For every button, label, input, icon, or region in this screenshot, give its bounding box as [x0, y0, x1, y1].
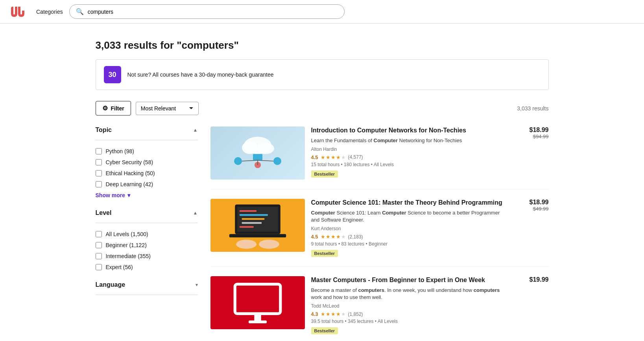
guarantee-icon: 30: [104, 66, 121, 83]
level-all-label: All Levels (1,500): [106, 231, 148, 237]
level-expert-checkbox[interactable]: [96, 264, 102, 270]
course-card[interactable]: Master Computers - From Beginner to Expe…: [210, 276, 549, 341]
course-author: Alton Hardin: [311, 147, 507, 152]
course-card[interactable]: Introduction to Computer Networks for No…: [210, 126, 549, 189]
course-list: Introduction to Computer Networks for No…: [210, 126, 549, 341]
topic-python[interactable]: Python (98): [96, 148, 198, 154]
udemy-logo[interactable]: [9, 5, 28, 18]
star-4: ★: [336, 234, 341, 240]
course-price-area: $18.99 $49.99: [513, 199, 549, 257]
topic-python-label: Python (98): [106, 148, 134, 154]
language-divider: [96, 295, 198, 295]
results-heading: 3,033 results for "computers": [96, 39, 549, 51]
star-2: ★: [326, 311, 330, 317]
course-info: Master Computers - From Beginner to Expe…: [311, 276, 507, 334]
show-more-chevron-icon: ▾: [127, 192, 130, 198]
topic-collapse-icon: ▲: [193, 127, 198, 133]
level-beginner-checkbox[interactable]: [96, 242, 102, 248]
level-all-checkbox[interactable]: [96, 231, 102, 237]
star-2: ★: [326, 154, 330, 160]
price-original: $49.99: [513, 206, 549, 212]
star-3: ★: [331, 234, 336, 240]
topic-show-more-button[interactable]: Show more ▾: [96, 192, 130, 198]
networks-thumbnail-image: [226, 134, 289, 173]
main-content: 3,033 results for "computers" 30 Not sur…: [86, 24, 558, 341]
svg-point-4: [234, 157, 242, 165]
language-filter-section: Language ▾: [96, 281, 198, 295]
course-thumbnail-cs101: [210, 199, 305, 252]
topic-cyber-security-label: Cyber Security (58): [106, 159, 153, 165]
course-author: Todd McLeod: [311, 303, 507, 309]
topic-ethical-hacking-checkbox[interactable]: [96, 170, 102, 176]
guarantee-banner: 30 Not sure? All courses have a 30-day m…: [96, 59, 549, 90]
level-collapse-icon: ▲: [193, 210, 198, 216]
topic-deep-learning[interactable]: Deep Learning (42): [96, 181, 198, 187]
topic-filter-section: Topic ▲ Python (98) Cyber Security (58) …: [96, 126, 198, 198]
svg-point-1: [242, 141, 258, 154]
star-4: ★: [336, 154, 341, 160]
filter-button[interactable]: ⚙ Filter: [96, 101, 131, 116]
svg-rect-15: [242, 222, 262, 224]
rating-row: 4.3 ★ ★ ★ ★ ★ (1,852): [311, 311, 507, 317]
categories-button[interactable]: Categories: [36, 9, 63, 15]
stars: ★ ★ ★ ★ ★: [321, 154, 346, 160]
course-thumbnail-networks: [210, 126, 305, 180]
topic-section-header[interactable]: Topic ▲: [96, 126, 198, 134]
level-all[interactable]: All Levels (1,500): [96, 231, 198, 237]
svg-rect-3: [253, 154, 262, 160]
topic-cyber-security[interactable]: Cyber Security (58): [96, 159, 198, 165]
star-4: ★: [336, 311, 341, 317]
search-input[interactable]: [88, 9, 338, 15]
sort-select[interactable]: Most Relevant Most Reviewed Highest Rate…: [136, 102, 199, 115]
course-card[interactable]: Computer Science 101: Master the Theory …: [210, 199, 549, 267]
topic-cyber-security-checkbox[interactable]: [96, 159, 102, 165]
rating-row: 4.5 ★ ★ ★ ★ ★ (4,577): [311, 154, 507, 160]
course-info: Introduction to Computer Networks for No…: [311, 126, 507, 180]
svg-rect-22: [248, 320, 266, 323]
course-title: Introduction to Computer Networks for No…: [311, 126, 507, 135]
rating-number: 4.5: [311, 154, 318, 160]
show-more-label: Show more: [96, 192, 125, 198]
level-expert[interactable]: Expert (56): [96, 264, 198, 270]
header: Categories 🔍: [0, 0, 644, 24]
level-section-header[interactable]: Level ▲: [96, 209, 198, 216]
star-1: ★: [321, 311, 325, 317]
bestseller-badge: Bestseller: [311, 327, 338, 334]
topic-ethical-hacking-label: Ethical Hacking (50): [106, 170, 155, 176]
price-current: $18.99: [513, 199, 549, 206]
star-1: ★: [321, 234, 325, 240]
course-meta: 39.5 total hours • 345 lectures • All Le…: [311, 319, 507, 324]
guarantee-text: Not sure? All courses have a 30-day mone…: [127, 72, 274, 78]
price-current: $18.99: [513, 126, 549, 134]
svg-point-6: [273, 157, 281, 165]
filter-bar: ⚙ Filter Most Relevant Most Reviewed Hig…: [96, 101, 549, 116]
topic-divider: [96, 140, 198, 140]
svg-point-2: [257, 143, 274, 154]
level-expert-label: Expert (56): [106, 264, 133, 270]
level-beginner-label: Beginner (1,122): [106, 242, 147, 248]
rating-count: (1,852): [348, 312, 363, 317]
svg-rect-20: [235, 284, 280, 314]
topic-python-checkbox[interactable]: [96, 148, 102, 154]
level-beginner[interactable]: Beginner (1,122): [96, 242, 198, 248]
svg-rect-13: [239, 214, 268, 216]
star-5: ★: [341, 154, 346, 160]
course-title: Master Computers - From Beginner to Expe…: [311, 276, 507, 284]
results-count: 3,033 results: [517, 105, 548, 112]
level-intermediate-label: Intermediate (355): [106, 253, 151, 259]
star-3: ★: [331, 311, 336, 317]
topic-deep-learning-checkbox[interactable]: [96, 181, 102, 187]
topic-ethical-hacking[interactable]: Ethical Hacking (50): [96, 170, 198, 176]
level-divider: [96, 223, 198, 223]
search-icon: 🔍: [76, 8, 84, 15]
level-intermediate[interactable]: Intermediate (355): [96, 253, 198, 259]
language-section-header[interactable]: Language ▾: [96, 281, 198, 288]
star-3: ★: [331, 154, 336, 160]
search-bar: 🔍: [69, 4, 345, 19]
course-info: Computer Science 101: Master the Theory …: [311, 199, 507, 257]
filter-label: Filter: [111, 105, 124, 112]
cs101-thumbnail-image: [210, 199, 305, 252]
svg-point-18: [236, 240, 256, 249]
level-intermediate-checkbox[interactable]: [96, 253, 102, 259]
rating-row: 4.5 ★ ★ ★ ★ ★ (2,183): [311, 234, 507, 240]
